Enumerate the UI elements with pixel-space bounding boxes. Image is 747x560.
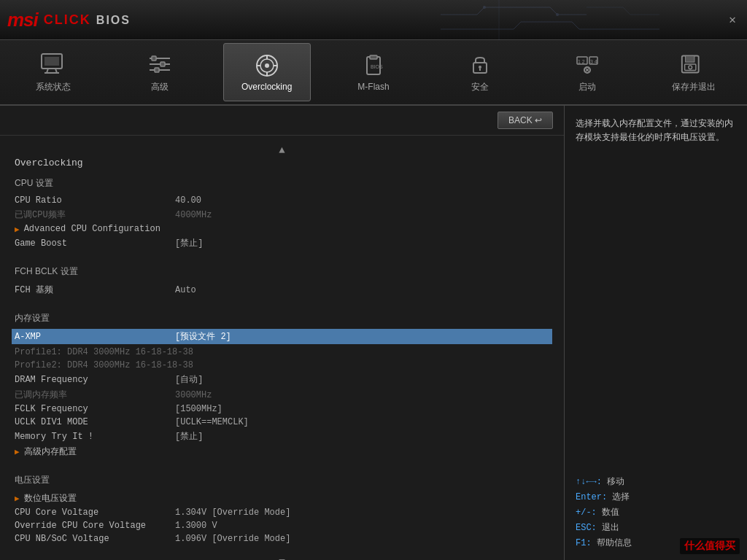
game-boost-label: Game Boost bbox=[15, 238, 175, 249]
a-xmp-row[interactable]: A-XMP [预设文件 2] bbox=[12, 329, 552, 344]
security-icon bbox=[465, 52, 495, 77]
uclk-div1-row[interactable]: UCLK DIV1 MODE [UCLK==MEMCLK] bbox=[15, 416, 549, 429]
boot-label: 启动 bbox=[578, 81, 596, 93]
adv-mem-config-label: 高级内存配置 bbox=[24, 446, 185, 458]
system-status-label: 系统状态 bbox=[36, 81, 71, 93]
svg-rect-34 bbox=[685, 56, 694, 63]
shortcut-esc-key: ESC: bbox=[576, 523, 597, 533]
digit-voltage-row[interactable]: ▶ 数位电压设置 bbox=[15, 491, 549, 506]
cpu-core-voltage-row[interactable]: CPU Core Voltage 1.304V [Override Mode] bbox=[15, 506, 549, 519]
right-panel: 选择并载入内存配置文件，通过安装的内存模块支持最佳化的时序和电压设置。 ↑↓←→… bbox=[565, 106, 747, 560]
fch-settings-group: FCH BCLK 设置 FCH 基频 Auto bbox=[15, 265, 549, 298]
adv-mem-config-row[interactable]: ▶ 高级内存配置 bbox=[15, 444, 549, 459]
click-bios-logo: CLICK BIOS bbox=[44, 12, 131, 28]
shortcut-esc-desc: 退出 bbox=[602, 522, 619, 532]
watermark-label: 什么值得买 bbox=[680, 538, 740, 554]
nav-item-overclocking[interactable]: Overclocking bbox=[223, 43, 311, 101]
shortcut-move-key: ↑↓←→: bbox=[576, 477, 602, 487]
svg-text:3 4: 3 4 bbox=[590, 59, 597, 64]
nav-item-security[interactable]: 安全 bbox=[436, 43, 524, 101]
fch-base-freq-label: FCH 基频 bbox=[15, 284, 175, 296]
navigation-bar: 系统状态 高级 bbox=[0, 40, 747, 106]
arrow-icon-adv-cpu: ▶ bbox=[15, 225, 20, 234]
voltage-settings-group: 电压设置 ▶ 数位电压设置 CPU Core Voltage 1.304V [O… bbox=[15, 474, 549, 545]
fclk-freq-label: FCLK Frequency bbox=[15, 404, 175, 414]
mem-try-it-row[interactable]: Memory Try It ! [禁止] bbox=[15, 429, 549, 444]
override-cpu-core-row[interactable]: Override CPU Core Voltage 1.3000 V bbox=[15, 519, 549, 532]
voltage-group-label: 电压设置 bbox=[15, 474, 549, 486]
fch-base-freq-row[interactable]: FCH 基频 Auto bbox=[15, 282, 549, 298]
override-cpu-core-value: 1.3000 V bbox=[175, 521, 217, 531]
page-section-title: Overclocking bbox=[15, 158, 549, 168]
game-boost-row[interactable]: Game Boost [禁止] bbox=[15, 236, 549, 251]
nav-item-mflash[interactable]: BIOS M-Flash bbox=[330, 43, 417, 101]
advanced-icon bbox=[145, 52, 174, 77]
svg-rect-21 bbox=[370, 55, 377, 59]
svg-point-24 bbox=[479, 66, 481, 69]
save-exit-icon bbox=[679, 52, 708, 77]
cpu-freq-value: 4000MHz bbox=[175, 210, 212, 220]
cpu-nb-soc-row[interactable]: CPU NB/SoC Voltage 1.096V [Override Mode… bbox=[15, 532, 549, 545]
nav-item-system-status[interactable]: 系统状态 bbox=[9, 43, 97, 101]
arrow-icon-digit-voltage: ▶ bbox=[15, 494, 20, 503]
mem-freq-display-label: 已调内存频率 bbox=[15, 389, 175, 401]
profile1-row: Profile1: DDR4 3000MHz 16-18-18-38 bbox=[15, 346, 549, 359]
shortcut-enter: Enter: 选择 bbox=[576, 491, 736, 503]
svg-rect-10 bbox=[152, 56, 156, 61]
shortcut-plusminus-desc: 数值 bbox=[602, 507, 619, 517]
msi-logo: msi bbox=[7, 9, 38, 31]
shortcut-f1-key: F1: bbox=[576, 538, 592, 548]
shortcut-esc: ESC: 退出 bbox=[576, 521, 736, 534]
fclk-freq-row[interactable]: FCLK Frequency [1500MHz] bbox=[15, 402, 549, 416]
shortcut-move-desc: 移动 bbox=[607, 476, 624, 486]
shortcut-plusminus: +/-: 数值 bbox=[576, 506, 736, 518]
mem-freq-display-row: 已调内存频率 3000MHz bbox=[15, 387, 549, 402]
overclocking-icon bbox=[252, 52, 282, 78]
svg-point-15 bbox=[265, 63, 269, 68]
cpu-settings-group: CPU 设置 CPU Ratio 40.00 已调CPU频率 4000MHz ▶… bbox=[15, 177, 549, 251]
nav-item-boot[interactable]: 1 2 3 4 启动 bbox=[543, 43, 631, 101]
a-xmp-label: A-XMP bbox=[15, 332, 175, 342]
profile1-label: Profile1: DDR4 3000MHz 16-18-18-38 bbox=[15, 347, 193, 357]
a-xmp-value: [预设文件 2] bbox=[175, 330, 231, 343]
shortcut-enter-desc: 选择 bbox=[612, 491, 630, 502]
arrow-icon-adv-mem: ▶ bbox=[15, 447, 20, 456]
cpu-core-voltage-value: 1.304V [Override Mode] bbox=[175, 508, 290, 518]
adv-cpu-label: Advanced CPU Configuration bbox=[24, 224, 185, 234]
scroll-arrow-up: ▲ bbox=[15, 143, 549, 158]
svg-rect-11 bbox=[160, 62, 165, 66]
content-area[interactable]: ▲ Overclocking CPU 设置 CPU Ratio 40.00 已调… bbox=[0, 136, 564, 560]
mflash-icon: BIOS bbox=[359, 52, 388, 78]
boot-icon: 1 2 3 4 bbox=[573, 52, 602, 77]
mflash-label: M-Flash bbox=[357, 82, 389, 92]
mem-freq-display-value: 3000MHz bbox=[175, 390, 212, 400]
nav-item-advanced[interactable]: 高级 bbox=[116, 43, 204, 101]
shortcut-f1-desc: 帮助信息 bbox=[597, 537, 632, 548]
adv-cpu-config-row[interactable]: ▶ Advanced CPU Configuration bbox=[15, 222, 549, 236]
svg-point-36 bbox=[689, 66, 692, 69]
svg-text:BIOS: BIOS bbox=[371, 64, 383, 69]
close-button[interactable]: ✕ bbox=[725, 12, 740, 27]
uclk-div1-value: [UCLK==MEMCLK] bbox=[175, 417, 249, 427]
override-cpu-core-label: Override CPU Core Voltage bbox=[15, 521, 175, 531]
digit-voltage-label: 数位电压设置 bbox=[24, 492, 185, 505]
cpu-ratio-row[interactable]: CPU Ratio 40.00 bbox=[15, 194, 549, 207]
nav-item-save-exit[interactable]: 保存并退出 bbox=[650, 43, 738, 101]
dram-freq-label: DRAM Frequency bbox=[15, 375, 175, 385]
cpu-freq-row: 已调CPU频率 4000MHz bbox=[15, 207, 549, 222]
profile2-label: Profile2: DDR4 3000MHz 16-18-18-38 bbox=[15, 360, 193, 370]
save-exit-label: 保存并退出 bbox=[672, 81, 716, 93]
back-bar: BACK ↩ bbox=[0, 106, 564, 136]
cpu-nb-soc-value: 1.096V [Override Mode] bbox=[175, 534, 290, 544]
uclk-div1-label: UCLK DIV1 MODE bbox=[15, 417, 175, 427]
cpu-ratio-label: CPU Ratio bbox=[15, 195, 175, 206]
dram-freq-row[interactable]: DRAM Frequency [自动] bbox=[15, 372, 549, 387]
header: msi CLICK BIOS ✕ bbox=[0, 0, 747, 40]
shortcut-move: ↑↓←→: 移动 bbox=[576, 475, 736, 488]
advanced-label: 高级 bbox=[151, 81, 169, 93]
dram-freq-value: [自动] bbox=[175, 373, 203, 386]
back-button[interactable]: BACK ↩ bbox=[498, 112, 553, 129]
profile2-row: Profile2: DDR4 3000MHz 16-18-18-38 bbox=[15, 359, 549, 372]
memory-settings-group: 内存设置 A-XMP [预设文件 2] Profile1: DDR4 3000M… bbox=[15, 312, 549, 459]
overclocking-label: Overclocking bbox=[241, 82, 292, 92]
